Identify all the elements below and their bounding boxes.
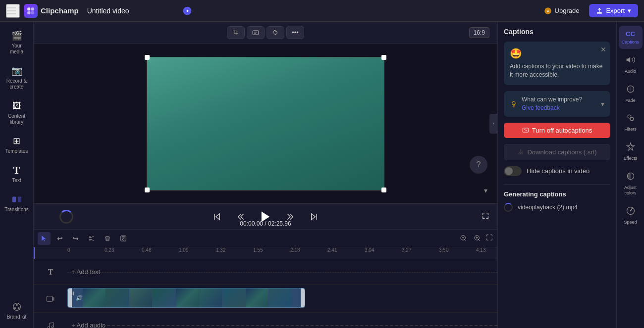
audio-track-content[interactable]: + Add audio (67, 313, 497, 328)
video-clip[interactable]: ⏸ 🔊 (67, 288, 305, 308)
skip-forward-button[interactable] (306, 209, 322, 225)
clip-frame-7 (222, 288, 245, 307)
crop-button[interactable] (227, 26, 245, 39)
sidebar-item-templates[interactable]: ⊞ Templates (2, 131, 31, 158)
svg-point-13 (17, 307, 19, 309)
save-snapshot-button[interactable] (117, 232, 130, 245)
sidebar-item-record-create[interactable]: 📷 Record &create (2, 61, 31, 94)
rs-fade-label: Fade (625, 98, 636, 103)
cut-button[interactable] (85, 232, 98, 245)
chevron-right-icon: › (492, 121, 494, 126)
download-captions-label: Download captions (.srt) (527, 148, 596, 156)
rotate-button[interactable] (267, 26, 284, 39)
text-track-content[interactable]: + Add text (67, 259, 497, 284)
timeline-tracks: T + Add text ⏸ (34, 259, 497, 328)
upgrade-button[interactable]: ★ Upgrade (538, 4, 586, 18)
effects-icon (626, 142, 636, 154)
ruler-tick-11: 4:13 (476, 247, 485, 253)
ruler-tick-7: 2:41 (327, 247, 337, 253)
svg-point-26 (48, 327, 50, 328)
record-icon: 📷 (11, 65, 23, 77)
sidebar-item-label: Your media (4, 43, 29, 55)
topbar: Clipchamp ✦ ★ Upgrade Export ▾ (0, 0, 644, 22)
corner-handle-br[interactable] (381, 187, 386, 192)
feedback-card: What can we improve? Give feedback ▾ (504, 91, 610, 117)
rs-item-adjust-colors[interactable]: Adjustcolors (619, 167, 643, 200)
collapse-panel-button[interactable]: › (489, 114, 497, 134)
clip-frame-4 (153, 288, 175, 307)
captions-panel-title: Captions (504, 28, 534, 36)
turn-off-autocaptions-button[interactable]: Turn off autocaptions (504, 123, 610, 138)
left-sidebar: 🎬 Your media 📷 Record &create 🖼 Contentl… (0, 22, 34, 328)
clip-left-handle[interactable] (68, 288, 72, 307)
clip-right-handle[interactable] (301, 288, 305, 307)
svg-rect-3 (31, 11, 34, 14)
redo-button[interactable]: ↪ (69, 232, 82, 245)
sidebar-item-transitions[interactable]: Transitions (2, 189, 31, 217)
playhead[interactable] (34, 247, 35, 259)
export-label: Export (606, 7, 625, 14)
video-track-row: ⏸ 🔊 (34, 285, 497, 313)
help-button[interactable]: ? (470, 156, 487, 174)
rs-item-fade[interactable]: Fade (619, 80, 643, 107)
more-options-icon: ••• (292, 29, 299, 36)
zoom-out-button[interactable] (458, 233, 470, 244)
video-title-input[interactable] (83, 4, 178, 17)
feedback-chevron-icon[interactable]: ▾ (601, 100, 604, 108)
svg-point-27 (52, 326, 54, 328)
zoom-in-button[interactable] (472, 233, 483, 244)
caption-button[interactable] (247, 26, 265, 39)
generating-title: Generating captions (504, 190, 610, 198)
rs-item-speed[interactable]: Speed (619, 202, 643, 229)
transitions-icon (11, 193, 23, 205)
ruler-tick-10: 3:50 (439, 247, 448, 253)
svg-rect-1 (31, 7, 34, 10)
ruler-tick-8: 3:04 (365, 247, 374, 253)
right-sidebar: CC Captions Audio Fade Filters Effects (616, 22, 644, 328)
video-track-content[interactable]: ⏸ 🔊 (67, 285, 497, 312)
expand-arrow-icon[interactable]: ▾ (484, 187, 487, 194)
more-options-button[interactable]: ••• (286, 26, 304, 39)
speed-icon (626, 206, 636, 218)
ai-badge-icon: ✦ (182, 6, 192, 16)
skip-back-button[interactable] (209, 209, 225, 225)
undo-button[interactable]: ↩ (54, 232, 66, 245)
sidebar-item-label: Brand kit (7, 314, 26, 320)
rs-item-filters[interactable]: Filters (619, 109, 643, 136)
sidebar-item-your-media[interactable]: 🎬 Your media (2, 26, 31, 59)
sidebar-item-brand-kit[interactable]: Brand kit (2, 297, 31, 324)
topbar-right: ★ Upgrade Export ▾ (538, 4, 638, 18)
corner-handle-bl[interactable] (145, 187, 150, 192)
rs-item-captions[interactable]: CC Captions (619, 26, 643, 49)
export-button[interactable]: Export ▾ (589, 4, 638, 17)
timeline-expand-button[interactable] (485, 234, 493, 243)
sidebar-item-text[interactable]: T Text (2, 160, 31, 187)
rs-item-effects[interactable]: Effects (619, 138, 643, 165)
rs-item-audio[interactable]: Audio (619, 51, 643, 78)
hide-captions-toggle-row: Hide captions in video (504, 166, 610, 176)
loading-spinner (59, 210, 73, 224)
canvas-area: ••• 16:9 › ? ▾ (34, 22, 497, 328)
svg-marker-16 (42, 235, 46, 241)
sidebar-item-content-library[interactable]: 🖼 Contentlibrary (2, 96, 31, 129)
svg-point-11 (16, 304, 18, 306)
text-track-row: T + Add text (34, 259, 497, 285)
fullscreen-button[interactable] (482, 212, 489, 222)
hide-captions-toggle[interactable] (504, 166, 522, 176)
svg-point-21 (122, 238, 124, 240)
audio-track-label (34, 322, 67, 328)
corner-handle-tl[interactable] (145, 55, 150, 60)
preview-container: › ? ▾ (34, 44, 497, 203)
cursor-tool-button[interactable] (38, 232, 51, 245)
svg-point-28 (512, 101, 516, 105)
give-feedback-link[interactable]: Give feedback (522, 104, 560, 111)
ruler-tick-5: 1:55 (253, 247, 263, 253)
captions-icon: CC (624, 30, 637, 38)
delete-button[interactable] (101, 232, 114, 245)
menu-button[interactable] (6, 4, 20, 18)
captions-panel-header: Captions (504, 28, 610, 36)
download-captions-button[interactable]: Download captions (.srt) (504, 144, 610, 160)
corner-handle-tr[interactable] (381, 55, 386, 60)
rs-effects-label: Effects (624, 156, 637, 161)
info-card-close-button[interactable]: ✕ (600, 46, 606, 53)
